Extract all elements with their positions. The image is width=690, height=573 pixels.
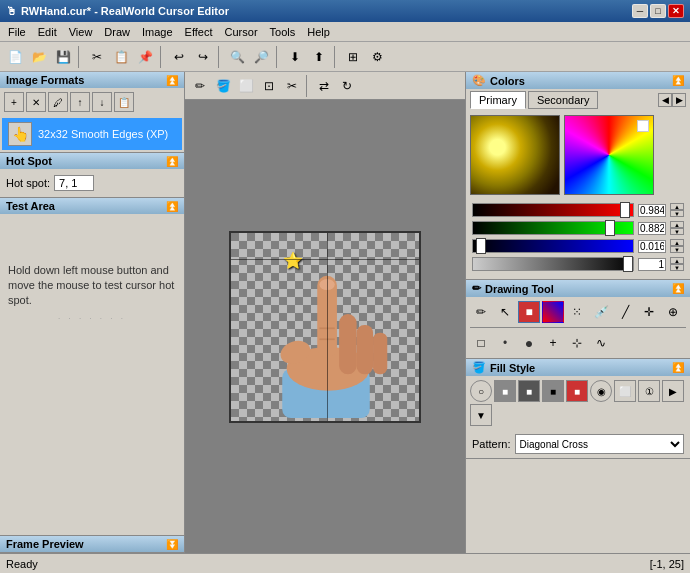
colors-collapse[interactable]: ⏫ bbox=[672, 75, 684, 86]
dt-arrow[interactable]: ↖ bbox=[494, 301, 516, 323]
rotate-tool[interactable]: ↻ bbox=[336, 75, 358, 97]
dt-circle[interactable]: ● bbox=[518, 332, 540, 354]
minimize-button[interactable]: ─ bbox=[632, 4, 648, 18]
zoom-in-button[interactable]: 🔍 bbox=[226, 46, 248, 68]
pencil-tool[interactable]: ✏ bbox=[189, 75, 211, 97]
fs-arrow-r[interactable]: ▶ bbox=[662, 380, 684, 402]
secondary-palette[interactable] bbox=[564, 115, 654, 195]
copy-format-button[interactable]: 📋 bbox=[114, 92, 134, 112]
dt-select2[interactable]: ⊹ bbox=[566, 332, 588, 354]
slider-blue[interactable] bbox=[472, 239, 634, 253]
fill-style-tools: ○ ■ ■ ■ ■ ◉ ⬜ ① ▶ ▼ bbox=[466, 376, 690, 430]
dt-eyedrop[interactable]: 💉 bbox=[590, 301, 612, 323]
menu-view[interactable]: View bbox=[63, 24, 99, 40]
slider-alpha-value[interactable] bbox=[638, 258, 666, 271]
dt-gradient[interactable] bbox=[542, 301, 564, 323]
menu-draw[interactable]: Draw bbox=[98, 24, 136, 40]
redo-button[interactable]: ↪ bbox=[192, 46, 214, 68]
spin-red-down[interactable]: ▼ bbox=[670, 210, 684, 217]
test-area-header[interactable]: Test Area ⏫ bbox=[0, 198, 184, 214]
spin-alpha-up[interactable]: ▲ bbox=[670, 257, 684, 264]
add-format-button[interactable]: + bbox=[4, 92, 24, 112]
fs-fill2[interactable]: ⬜ bbox=[614, 380, 636, 402]
spin-red-up[interactable]: ▲ bbox=[670, 203, 684, 210]
undo-button[interactable]: ↩ bbox=[168, 46, 190, 68]
dt-line[interactable]: ╱ bbox=[614, 301, 636, 323]
fs-solid-gray[interactable]: ■ bbox=[494, 380, 516, 402]
fs-dark-gray[interactable]: ■ bbox=[518, 380, 540, 402]
pattern-select[interactable]: Diagonal Cross Solid Horizontal Vertical… bbox=[515, 434, 684, 454]
mirror-tool[interactable]: ⇄ bbox=[313, 75, 335, 97]
color-sliders: ▲ ▼ ▲ ▼ ▲ bbox=[466, 199, 690, 279]
fill-tool[interactable]: 🪣 bbox=[212, 75, 234, 97]
menu-effect[interactable]: Effect bbox=[179, 24, 219, 40]
menu-image[interactable]: Image bbox=[136, 24, 179, 40]
canvas-area[interactable]: ✏ 🪣 ⬜ ⊡ ✂ ⇄ ↻ ⭐ bbox=[185, 72, 465, 553]
fs-medium[interactable]: ■ bbox=[542, 380, 564, 402]
cursor-canvas[interactable]: ⭐ bbox=[229, 231, 421, 423]
fs-num[interactable]: ① bbox=[638, 380, 660, 402]
new-button[interactable]: 📄 bbox=[4, 46, 26, 68]
frame-preview-header[interactable]: Frame Preview ⏬ bbox=[0, 536, 184, 552]
image-formats-header[interactable]: Image Formats ⏫ bbox=[0, 72, 184, 88]
edit-format-button[interactable]: 🖊 bbox=[48, 92, 68, 112]
menu-help[interactable]: Help bbox=[301, 24, 336, 40]
hotspot-header[interactable]: Hot Spot ⏫ bbox=[0, 153, 184, 169]
close-button[interactable]: ✕ bbox=[668, 4, 684, 18]
dt-crosshair[interactable]: ⊕ bbox=[662, 301, 684, 323]
export-button[interactable]: ⬆ bbox=[308, 46, 330, 68]
menu-file[interactable]: File bbox=[2, 24, 32, 40]
import-button[interactable]: ⬇ bbox=[284, 46, 306, 68]
spin-alpha-down[interactable]: ▼ bbox=[670, 264, 684, 271]
maximize-button[interactable]: □ bbox=[650, 4, 666, 18]
resize-button[interactable]: ⊞ bbox=[342, 46, 364, 68]
fs-empty-circle[interactable]: ○ bbox=[470, 380, 492, 402]
test-area-content[interactable]: Hold down left mouse button and move the… bbox=[0, 214, 184, 334]
down-format-button[interactable]: ↓ bbox=[92, 92, 112, 112]
slider-blue-value[interactable] bbox=[638, 240, 666, 253]
fs-round[interactable]: ◉ bbox=[590, 380, 612, 402]
fs-arrow-d[interactable]: ▼ bbox=[470, 404, 492, 426]
dt-plus[interactable]: + bbox=[542, 332, 564, 354]
fs-red[interactable]: ■ bbox=[566, 380, 588, 402]
tab-arrow-left[interactable]: ◀ bbox=[658, 93, 672, 107]
drawing-tool-collapse[interactable]: ⏫ bbox=[672, 283, 684, 294]
slider-green[interactable] bbox=[472, 221, 634, 235]
zoom-out-button[interactable]: 🔎 bbox=[250, 46, 272, 68]
fill-style-collapse[interactable]: ⏫ bbox=[672, 362, 684, 373]
delete-format-button[interactable]: ✕ bbox=[26, 92, 46, 112]
primary-palette[interactable] bbox=[470, 115, 560, 195]
tab-arrow-right[interactable]: ▶ bbox=[672, 93, 686, 107]
select-tool[interactable]: ⊡ bbox=[258, 75, 280, 97]
slider-green-value[interactable] bbox=[638, 222, 666, 235]
cut-button[interactable]: ✂ bbox=[86, 46, 108, 68]
tab-secondary[interactable]: Secondary bbox=[528, 91, 599, 109]
save-button[interactable]: 💾 bbox=[52, 46, 74, 68]
menu-cursor[interactable]: Cursor bbox=[219, 24, 264, 40]
copy-button[interactable]: 📋 bbox=[110, 46, 132, 68]
format-item-xp[interactable]: 👆 32x32 Smooth Edges (XP) bbox=[2, 118, 182, 150]
eraser-tool[interactable]: ⬜ bbox=[235, 75, 257, 97]
open-button[interactable]: 📂 bbox=[28, 46, 50, 68]
spin-blue-up[interactable]: ▲ bbox=[670, 239, 684, 246]
dt-square[interactable]: □ bbox=[470, 332, 492, 354]
dt-fill[interactable]: ■ bbox=[518, 301, 540, 323]
dt-spray[interactable]: ⁙ bbox=[566, 301, 588, 323]
spin-blue-down[interactable]: ▼ bbox=[670, 246, 684, 253]
menu-edit[interactable]: Edit bbox=[32, 24, 63, 40]
tab-primary[interactable]: Primary bbox=[470, 91, 526, 109]
up-format-button[interactable]: ↑ bbox=[70, 92, 90, 112]
paste-button[interactable]: 📌 bbox=[134, 46, 156, 68]
settings-button[interactable]: ⚙ bbox=[366, 46, 388, 68]
crop-tool[interactable]: ✂ bbox=[281, 75, 303, 97]
dt-pencil[interactable]: ✏ bbox=[470, 301, 492, 323]
spin-green-up[interactable]: ▲ bbox=[670, 221, 684, 228]
dt-misc[interactable]: ∿ bbox=[590, 332, 612, 354]
slider-red[interactable] bbox=[472, 203, 634, 217]
dt-move[interactable]: ✛ bbox=[638, 301, 660, 323]
dt-dot[interactable]: • bbox=[494, 332, 516, 354]
slider-red-value[interactable] bbox=[638, 204, 666, 217]
menu-tools[interactable]: Tools bbox=[264, 24, 302, 40]
slider-alpha[interactable] bbox=[472, 257, 634, 271]
spin-green-down[interactable]: ▼ bbox=[670, 228, 684, 235]
